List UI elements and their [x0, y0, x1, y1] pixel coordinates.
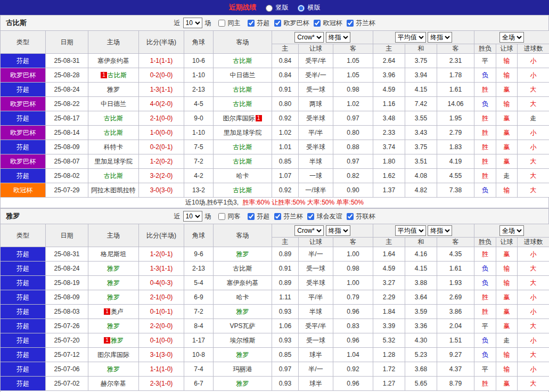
horizontal-layout-radio[interactable]	[298, 5, 305, 12]
bookmaker-odds-cell: 受一球	[299, 262, 333, 276]
col-result: 胜负	[474, 238, 496, 247]
vertical-layout-label: 竖版	[276, 3, 289, 12]
bookmaker-odds-cell: 0.91	[272, 83, 299, 97]
team-name: 古比斯	[233, 186, 252, 194]
match-count-select[interactable]: 10	[183, 18, 202, 28]
same-side-checkbox[interactable]	[218, 20, 225, 27]
avg-odds-cell: 3.96	[373, 68, 405, 83]
away-team-cell: 古比斯	[214, 154, 272, 169]
avg-odds-cell: 2.64	[373, 54, 405, 68]
result-cell: 赢	[496, 377, 518, 391]
bookmaker-odds-cell: 0.92	[272, 111, 299, 126]
away-team-cell: 雅罗	[214, 305, 272, 319]
match-date: 25-08-31	[46, 247, 88, 262]
full-match-select[interactable]: 全场	[499, 32, 524, 43]
result-cell: 赢	[496, 154, 518, 169]
avg-odds-cell: 1.27	[373, 377, 405, 391]
avg-odds-cell: 1.16	[373, 97, 405, 111]
league-checkbox[interactable]	[274, 213, 281, 220]
full-match-select[interactable]: 全场	[499, 225, 524, 236]
final-odds-select[interactable]: 终指	[428, 225, 452, 236]
result-cell: 大	[518, 83, 549, 97]
league-checkbox[interactable]	[347, 20, 354, 27]
league-filter[interactable]: 芬联杯	[345, 211, 375, 222]
score-cell: 0-2(0-1)	[139, 140, 184, 154]
match-row: 芬超25-08-24雅罗1-3(1-1)2-13古比斯0.91受一球0.984.…	[1, 83, 549, 97]
team-name: 中日德兰	[101, 100, 126, 108]
avg-odds-cell: 3.51	[405, 154, 437, 169]
league-filter[interactable]: 芬兰杯	[345, 18, 375, 28]
result-cell: 大	[518, 319, 549, 333]
final-odds-select[interactable]: 终指	[326, 32, 350, 43]
bookmaker-select[interactable]: Crow*	[294, 225, 324, 236]
bookmaker-odds-cell: 0.80	[272, 97, 299, 111]
layout-option-horizontal[interactable]: 横版	[295, 3, 321, 12]
match-date: 25-08-31	[46, 54, 88, 68]
avg-odds-cell: 5.32	[373, 333, 405, 348]
score-cell: 2-1(0-0)	[139, 111, 184, 126]
league-filter[interactable]: 芬兰杯	[272, 211, 303, 222]
average-odds-select[interactable]: 平均值	[395, 225, 426, 236]
avg-odds-cell: 1.61	[437, 83, 474, 97]
result-cell: 走	[496, 333, 518, 348]
home-team-cell: 塞伊奈约基	[88, 54, 139, 68]
league-filter[interactable]: 欧罗巴杯	[272, 18, 309, 28]
bookmaker-odds-cell: 0.96	[333, 377, 373, 391]
result-cell: 胜	[474, 247, 496, 262]
match-count-select[interactable]: 10	[183, 211, 202, 222]
league-checkbox[interactable]	[347, 213, 354, 220]
bookmaker-odds-cell: 1.11	[272, 290, 299, 305]
bookmaker-select[interactable]: Crow*	[294, 32, 324, 43]
result-cell: 小	[518, 68, 549, 83]
bookmaker-odds-cell: 半/一	[299, 362, 333, 377]
team-name: 古比斯	[233, 158, 252, 165]
league-filter[interactable]: 芬超	[245, 18, 270, 28]
score-cell: 0-1(0-1)	[139, 305, 184, 319]
league-checkbox[interactable]	[307, 213, 314, 220]
result-cell: 大	[518, 276, 549, 290]
same-side-filter[interactable]: 同客	[216, 211, 241, 222]
home-team-cell: 雅罗	[88, 83, 139, 97]
team-name: 古比斯	[233, 265, 252, 272]
away-team-cell: 哈卡	[214, 169, 272, 183]
avg-odds-cell: 4.59	[373, 262, 405, 276]
score-cell: 1-3(1-1)	[139, 83, 184, 97]
col-type: 类型	[1, 31, 46, 54]
score-cell: 1-0(0-0)	[139, 126, 184, 140]
league-badge: 芬超	[1, 305, 46, 319]
avg-odds-cell: 5.65	[405, 377, 437, 391]
match-date: 25-08-02	[46, 169, 88, 183]
avg-odds-cell: 1.80	[373, 154, 405, 169]
result-cell: 走	[518, 111, 549, 126]
match-row: 欧冠杯25-07-29阿拉木图凯拉特3-0(3-0)13-2古比斯0.92一/球…	[1, 183, 549, 198]
layout-option-vertical[interactable]: 竖版	[263, 3, 289, 12]
score-cell: 0-2(0-0)	[139, 68, 184, 83]
league-checkbox[interactable]	[314, 20, 321, 27]
bookmaker-odds-cell: 0.80	[333, 126, 373, 140]
result-cell: 赢	[496, 247, 518, 262]
team-name: 古比斯	[104, 129, 123, 136]
games-label: 场	[205, 212, 211, 221]
final-odds-select[interactable]: 终指	[326, 225, 350, 236]
vertical-layout-radio[interactable]	[266, 5, 273, 12]
matches-table: 类型 日期 主场 比分(半场) 角球 客场 Crow* 终指 平均值 终指	[0, 30, 549, 198]
league-checkbox[interactable]	[248, 213, 255, 220]
league-filter[interactable]: 球会友谊	[305, 211, 342, 222]
league-filter[interactable]: 芬超	[245, 211, 270, 222]
league-filter[interactable]: 欧冠杯	[312, 18, 342, 28]
league-checkbox[interactable]	[274, 20, 281, 27]
games-label: 场	[205, 19, 211, 28]
league-checkbox[interactable]	[248, 20, 255, 27]
avg-odds-cell: 1.28	[373, 348, 405, 362]
team-name: 雅罗	[236, 308, 249, 315]
bookmaker-odds-cell: 0.84	[272, 68, 299, 83]
average-odds-select[interactable]: 平均值	[395, 32, 426, 43]
same-side-filter[interactable]: 同主	[216, 18, 241, 28]
result-cell: 赢	[496, 83, 518, 97]
same-side-checkbox[interactable]	[218, 213, 225, 220]
col-avg-draw: 和	[405, 44, 437, 54]
result-cell: 输	[496, 276, 518, 290]
final-odds-select[interactable]: 终指	[428, 32, 452, 43]
red-card-badge: 1	[104, 337, 110, 344]
score-cell: 2-2(0-0)	[139, 319, 184, 333]
